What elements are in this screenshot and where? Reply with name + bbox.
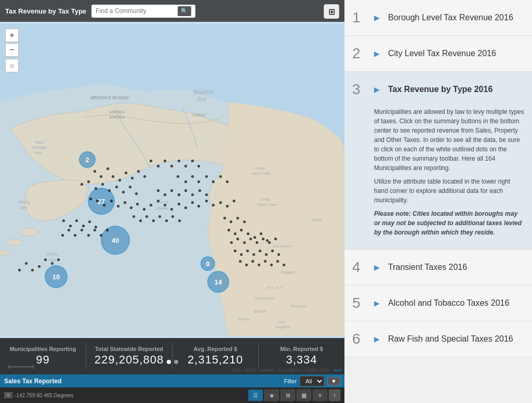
map-dot[interactable] — [152, 219, 155, 222]
map-dot[interactable] — [118, 179, 121, 181]
map-dot[interactable] — [89, 198, 92, 200]
search-box[interactable]: 🔍 — [91, 5, 195, 18]
map-dot[interactable] — [243, 241, 246, 244]
map-dot[interactable] — [252, 253, 255, 256]
map-dot[interactable] — [226, 205, 229, 207]
map-dot[interactable] — [158, 215, 161, 218]
map-dot[interactable] — [259, 250, 261, 252]
map-dot[interactable] — [271, 250, 274, 252]
map-dot[interactable] — [234, 250, 236, 252]
map-dot[interactable] — [103, 204, 105, 206]
map-dot[interactable] — [197, 180, 200, 183]
zoom-out-button[interactable]: − — [5, 43, 19, 57]
map-dot[interactable] — [191, 201, 194, 204]
map-dot[interactable] — [219, 175, 222, 178]
panel-item-5[interactable]: 6 ▶ Raw Fish and Special Taxes 2016 — [344, 321, 532, 357]
map-dot[interactable] — [178, 193, 180, 196]
list-icon-btn[interactable]: ☰ — [248, 389, 263, 401]
map-dot[interactable] — [164, 160, 166, 162]
map-dot[interactable] — [132, 215, 135, 218]
map-dot[interactable] — [184, 206, 187, 209]
map-dot[interactable] — [270, 264, 273, 266]
map-dot[interactable] — [212, 180, 215, 183]
layers-button[interactable]: ⊞ — [324, 4, 339, 19]
map-dot[interactable] — [178, 203, 180, 205]
map-dot[interactable] — [170, 189, 173, 192]
map-dot[interactable] — [75, 219, 78, 222]
map-dot[interactable] — [136, 203, 139, 205]
map-dot[interactable] — [108, 189, 111, 192]
map-dot[interactable] — [106, 229, 109, 231]
map-dot[interactable] — [258, 264, 260, 266]
cluster-c6[interactable]: 14 — [207, 271, 229, 293]
map-dot[interactable] — [157, 200, 159, 202]
map-dot[interactable] — [124, 201, 126, 204]
map-dot[interactable] — [265, 253, 268, 256]
map-dot[interactable] — [18, 269, 21, 271]
map-dot[interactable] — [191, 175, 194, 178]
map-dot[interactable] — [268, 241, 271, 244]
cluster-c1[interactable]: 2 — [79, 151, 96, 168]
map-dot[interactable] — [96, 200, 99, 202]
map-dot[interactable] — [249, 238, 252, 240]
map-dot[interactable] — [198, 189, 201, 192]
map-dot[interactable] — [101, 183, 104, 186]
map-dot[interactable] — [205, 175, 208, 178]
map-dot[interactable] — [87, 234, 90, 237]
map-dot[interactable] — [100, 234, 102, 237]
panel-item-4[interactable]: 5 ▶ Alcohol and Tobacco Taxes 2016 — [344, 285, 532, 321]
map-dot[interactable] — [135, 192, 138, 195]
map-dot[interactable] — [68, 229, 70, 231]
map-dot[interactable] — [164, 204, 166, 206]
map-dot[interactable] — [230, 220, 232, 223]
chart-icon-btn[interactable]: ≡ — [313, 389, 327, 401]
map-dot[interactable] — [230, 241, 233, 244]
cluster-c5[interactable]: 10 — [45, 265, 68, 288]
map-dot[interactable] — [184, 189, 187, 192]
search-button[interactable]: 🔍 — [178, 6, 191, 16]
map-dot[interactable] — [245, 264, 248, 266]
map-dot[interactable] — [234, 232, 236, 235]
grid-icon-btn[interactable]: ⊞ — [281, 389, 295, 401]
map-dot[interactable] — [112, 175, 114, 178]
map-dot[interactable] — [130, 206, 132, 209]
map-dot[interactable] — [94, 229, 96, 231]
map-dot[interactable] — [256, 241, 258, 244]
map-dot[interactable] — [25, 262, 28, 265]
filter-select[interactable]: All — [300, 376, 324, 386]
map-dot[interactable] — [82, 225, 85, 227]
map-dot[interactable] — [283, 264, 285, 266]
map-dot[interactable] — [184, 180, 187, 183]
map-dot[interactable] — [240, 253, 243, 256]
map-dot[interactable] — [197, 205, 200, 207]
map-dot[interactable] — [143, 208, 145, 211]
map-dot[interactable] — [262, 238, 264, 240]
map-dot[interactable] — [178, 219, 181, 222]
map-dot[interactable] — [150, 204, 152, 206]
map-dot[interactable] — [239, 260, 242, 263]
map-dot[interactable] — [110, 200, 113, 202]
map-dot[interactable] — [139, 219, 142, 222]
map-dot[interactable] — [170, 208, 173, 211]
map-dot[interactable] — [191, 193, 194, 196]
panel-item-0[interactable]: 1 ▶ Borough Level Tax Revenue 2016 — [344, 0, 532, 36]
map-dot[interactable] — [164, 193, 166, 196]
map-dot[interactable] — [228, 229, 230, 231]
map-dot[interactable] — [115, 186, 118, 188]
map-dot[interactable] — [107, 167, 109, 170]
map-dot[interactable] — [177, 175, 179, 178]
nav-next-btn[interactable]: › — [329, 389, 340, 401]
map-dot[interactable] — [51, 262, 54, 265]
home-button[interactable]: ⌂ — [5, 59, 19, 72]
map-dot[interactable] — [243, 220, 246, 223]
map-dot[interactable] — [131, 177, 134, 179]
map-dot[interactable] — [31, 269, 34, 271]
map-dot[interactable] — [274, 238, 277, 240]
zoom-in-button[interactable]: + — [5, 29, 19, 42]
map-dot[interactable] — [81, 183, 83, 186]
map-dot[interactable] — [62, 219, 65, 222]
map-dot[interactable] — [219, 201, 222, 204]
page-dot-1[interactable] — [167, 360, 171, 364]
map-dot[interactable] — [88, 220, 91, 223]
map-dot[interactable] — [170, 165, 173, 167]
